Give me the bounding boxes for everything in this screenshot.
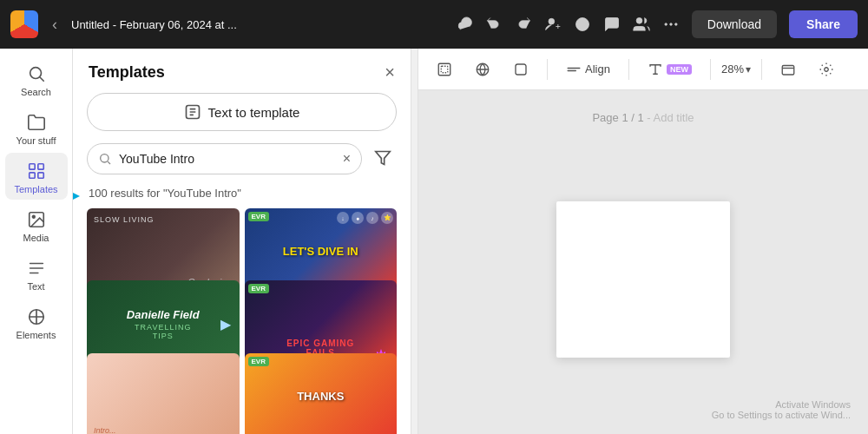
left-nav: Search Your stuff Templates Media Text E… [0,49,73,434]
svg-point-0 [549,18,555,24]
collaborate-button[interactable] [633,16,650,33]
nav-item-templates[interactable]: Templates [5,153,68,200]
svg-point-6 [30,68,41,79]
results-label: 100 results for "YouTube Intro" [89,187,241,200]
text-style-button[interactable]: NEW [640,56,700,82]
activate-windows-notice: Activate Windows Go to Settings to activ… [712,399,851,420]
search-icon [98,152,112,166]
add-person-button[interactable] [544,16,562,33]
templates-panel: Templates × Text to template × 100 [73,49,411,434]
results-row: 100 results for "YouTube Intro" [73,183,411,208]
card-evr-badge-gaming: EVR [248,284,269,293]
card-thanks-text: THANKS [297,390,344,403]
card-evr-badge-thanks: EVR [248,357,269,366]
card-evr-badge: EVR [248,212,269,221]
more-options-button[interactable] [662,16,680,33]
svg-rect-18 [438,63,450,76]
svg-point-5 [674,23,677,26]
panel-close-button[interactable]: × [385,62,395,82]
panel-header: Templates × [73,49,411,93]
search-clear-button[interactable]: × [343,151,351,167]
card-partial-text: Intro... [94,426,116,434]
panel-scrollbar[interactable] [411,49,418,434]
nav-item-your-stuff[interactable]: Your stuff [5,104,68,151]
filter-icon [374,149,391,167]
svg-point-2 [636,18,642,24]
canvas-toolbar: Align NEW 28% ▾ [418,49,868,90]
nav-item-media[interactable]: Media [5,201,68,248]
download-button[interactable]: Download [692,10,777,38]
nav-item-search[interactable]: Search [5,56,68,102]
templates-grid: SLOW LIVING Gardening EVR ↓ ● ♪ ⭐ LET'S … [73,208,411,434]
frame-tool-button[interactable] [429,56,460,82]
card-play-icon: ▶ [220,315,231,332]
align-button[interactable]: Align [558,56,618,82]
shape-tool-button[interactable] [505,56,536,82]
save-cloud-button[interactable] [456,16,473,33]
canvas-area: Align NEW 28% ▾ [418,49,868,434]
layer-button[interactable] [773,56,804,82]
undo-button[interactable] [485,16,503,33]
toolbar-separator-2 [628,59,629,80]
svg-point-15 [101,155,108,162]
card-danielle-content: Danielle Field TRAVELLING TIPS [125,307,201,339]
svg-rect-22 [782,65,794,75]
zoom-dropdown-button[interactable]: ▾ [746,63,751,76]
svg-rect-21 [516,64,526,75]
share-button[interactable]: Share [789,10,858,38]
search-box: × [87,143,362,174]
search-row: × [87,143,397,174]
svg-point-4 [670,23,673,26]
svg-marker-16 [376,151,391,164]
app-logo [10,10,38,38]
arrow-indicator [73,187,82,205]
toolbar-separator-4 [761,59,762,80]
template-card-partial[interactable]: Intro... [87,353,240,434]
card-icons: ↓ ● ♪ ⭐ [337,212,393,224]
panel-title: Templates [89,63,165,82]
nav-item-text[interactable]: Text [5,250,68,297]
svg-rect-8 [37,164,43,169]
card-dive-text: LET'S DIVE IN [283,245,358,258]
back-button[interactable]: ‹ [47,12,62,37]
redo-button[interactable] [515,16,532,33]
zoom-control: 28% ▾ [721,62,751,76]
svg-rect-7 [29,164,34,169]
toolbar-separator [547,59,548,80]
nav-item-elements[interactable]: Elements [5,299,68,345]
svg-point-23 [825,67,829,71]
document-title: Untitled - February 06, 2024 at ... [71,18,447,31]
canvas-content: Page 1 / 1 - Add title Activate Windows … [418,90,868,434]
canvas-page[interactable] [556,201,730,358]
comment-button[interactable] [603,16,621,33]
page-label: Page 1 / 1 - Add title [592,111,694,124]
svg-point-12 [32,215,35,218]
svg-rect-10 [37,173,43,178]
filter-button[interactable] [369,144,397,174]
search-input[interactable] [119,152,336,166]
svg-rect-9 [29,173,34,178]
svg-point-3 [665,23,667,26]
settings-button[interactable] [811,56,842,82]
present-button[interactable] [574,16,591,33]
globe-tool-button[interactable] [467,56,498,82]
card-slow-text: SLOW LIVING [94,215,155,224]
main-area: Search Your stuff Templates Media Text E… [0,49,868,434]
topbar: ‹ Untitled - February 06, 2024 at ... [0,0,868,49]
template-card-thanks[interactable]: EVR THANKS [245,353,398,434]
toolbar-separator-3 [710,59,711,80]
text-to-template-button[interactable]: Text to template [87,93,397,131]
topbar-icons: Download Share [456,10,858,38]
svg-rect-19 [441,66,448,73]
canvas-wrapper: Page 1 / 1 - Add title [556,149,730,358]
